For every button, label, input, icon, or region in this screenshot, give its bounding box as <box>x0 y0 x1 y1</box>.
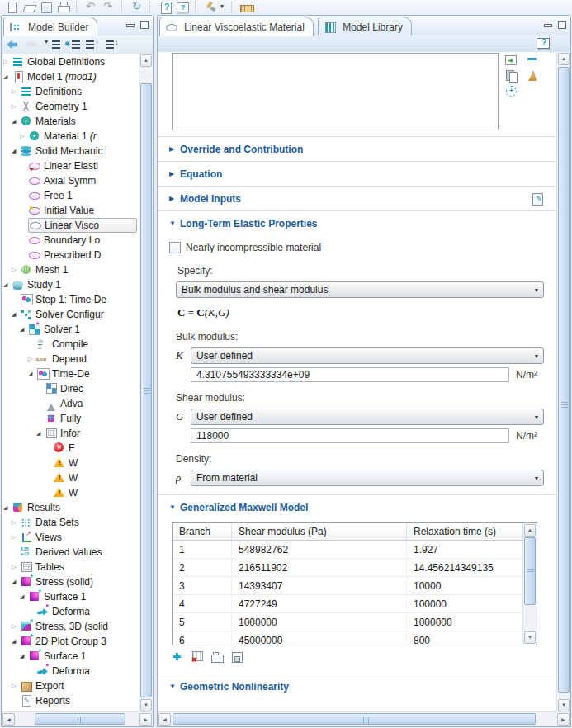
help-doc-icon[interactable] <box>175 1 191 14</box>
scroll-down-button[interactable]: ▼ <box>558 699 570 711</box>
tree-item[interactable]: Depend <box>2 352 139 366</box>
table-cell[interactable]: 4 <box>173 595 232 612</box>
tree-item[interactable]: Stress (solid) <box>2 574 139 589</box>
add-row-icon[interactable] <box>171 650 186 664</box>
tree-item[interactable]: E <box>2 441 139 456</box>
tree-item[interactable]: Views <box>2 530 139 545</box>
move-down-icon[interactable] <box>104 38 122 51</box>
tree-vertical-scrollbar[interactable]: ▲ ▼ <box>139 54 153 712</box>
table-cell[interactable]: 548982762 <box>232 541 407 558</box>
clear-selection-icon[interactable] <box>526 69 541 83</box>
tree-expanded-arrow-icon[interactable] <box>20 653 28 659</box>
tree-horizontal-scrollbar[interactable]: ◀ ▶ <box>2 711 153 726</box>
scroll-right-button[interactable]: ▶ <box>139 713 152 726</box>
table-cell[interactable]: 3 <box>173 577 232 594</box>
tree-item[interactable]: Solver 1 <box>2 322 139 337</box>
back-icon[interactable] <box>5 38 23 51</box>
section-geometric-nonlinearity[interactable]: Geometric Nonlinearity <box>158 674 557 698</box>
print-icon[interactable] <box>56 1 72 14</box>
tree-expanded-arrow-icon[interactable] <box>12 148 20 154</box>
tree-item[interactable]: Free 1 <box>2 188 139 203</box>
show-icon[interactable] <box>64 38 83 51</box>
save-file-icon[interactable] <box>230 650 245 664</box>
table-cell[interactable]: 2 <box>173 559 232 576</box>
bulk-modulus-combo[interactable]: User defined <box>191 347 544 364</box>
tree-item[interactable]: Initial Value <box>2 203 139 218</box>
maximize-panel-button[interactable] <box>139 20 149 29</box>
tree-collapsed-arrow-icon[interactable] <box>20 133 28 139</box>
density-combo[interactable]: From material <box>191 470 544 486</box>
tree-item[interactable]: Infor <box>2 426 139 441</box>
minimize-panel-button[interactable] <box>542 20 553 29</box>
zoom-to-selection-icon[interactable] <box>504 85 519 98</box>
brush-arrow-icon[interactable] <box>220 1 227 14</box>
tree-item[interactable]: Stress, 3D (solid <box>2 619 139 634</box>
tree-item[interactable]: Direc <box>2 381 139 396</box>
tree-item[interactable]: W <box>2 470 139 485</box>
tree-collapsed-arrow-icon[interactable] <box>12 534 20 541</box>
scroll-thumb[interactable] <box>140 83 152 697</box>
scroll-thumb[interactable] <box>173 713 536 725</box>
table-cell[interactable]: 14393407 <box>232 577 407 594</box>
tree-item[interactable]: Derived Values <box>2 545 139 560</box>
brush-icon[interactable] <box>203 1 219 14</box>
tree-collapsed-arrow-icon[interactable] <box>12 88 20 95</box>
delete-row-icon[interactable] <box>191 650 206 664</box>
scroll-down-button[interactable]: ▼ <box>524 631 536 644</box>
section-long-term-elastic-properties[interactable]: Long-Term Elastic Properties <box>158 210 557 235</box>
scroll-up-button[interactable]: ▲ <box>524 524 536 537</box>
tree-item[interactable]: Data Sets <box>2 515 139 530</box>
tree-item[interactable]: 2D Plot Group 3 <box>2 634 139 649</box>
tab-linear-viscoelastic-material[interactable]: Linear Viscoelastic Material <box>159 17 314 36</box>
load-file-icon[interactable] <box>210 650 225 664</box>
tree-expanded-arrow-icon[interactable] <box>12 118 20 125</box>
tree-item[interactable]: Fully <box>2 411 139 426</box>
tree-item[interactable]: Materials <box>2 114 139 129</box>
specify-combo[interactable]: Bulk modulus and shear modulus <box>176 281 544 298</box>
table-cell[interactable]: 1 <box>173 541 232 558</box>
tree-expanded-arrow-icon[interactable] <box>3 281 12 288</box>
new-file-icon[interactable] <box>4 1 20 14</box>
scroll-thumb[interactable] <box>558 67 570 693</box>
maximize-panel-button[interactable] <box>556 20 567 29</box>
tree-item[interactable]: Boundary Lo <box>2 233 139 248</box>
ruler-icon[interactable] <box>239 1 255 14</box>
table-vertical-scrollbar[interactable]: ▲ ▼ <box>522 523 537 645</box>
table-column-header[interactable]: Branch <box>173 523 232 540</box>
table-cell[interactable]: 800 <box>407 631 537 645</box>
tree-item[interactable]: W <box>2 485 139 500</box>
tree-item[interactable]: Solid Mechanic <box>2 144 139 158</box>
collapse-all-icon[interactable] <box>45 38 63 51</box>
tree-item[interactable]: Material 1(r <box>2 129 139 144</box>
table-cell[interactable]: 45000000 <box>232 631 407 645</box>
tree-selection-highlight[interactable]: Linear Visco <box>28 218 137 233</box>
section-override-and-contribution[interactable]: Override and Contribution <box>158 136 557 161</box>
forward-icon[interactable] <box>25 38 43 51</box>
tree-item[interactable]: Reports <box>2 693 139 708</box>
bulk-modulus-input[interactable]: 4.310755493333334e+09 <box>191 367 509 382</box>
tree-collapsed-arrow-icon[interactable] <box>3 59 12 65</box>
scroll-down-button[interactable]: ▼ <box>140 699 152 711</box>
nearly-incompressible-checkbox[interactable] <box>169 242 181 253</box>
table-cell[interactable]: 4727249 <box>232 595 407 612</box>
tree-collapsed-arrow-icon[interactable] <box>12 564 20 570</box>
tree-item[interactable]: Linear Visco <box>2 218 139 233</box>
tree-item[interactable]: Results <box>2 500 139 515</box>
tree-expanded-arrow-icon[interactable] <box>20 593 28 600</box>
paste-selection-icon[interactable] <box>504 54 519 67</box>
tree-item[interactable]: Surface 1 <box>2 649 139 664</box>
tree-item[interactable]: Axial Symm <box>2 173 139 188</box>
tree-expanded-arrow-icon[interactable] <box>28 371 36 377</box>
tree-expanded-arrow-icon[interactable] <box>36 430 45 437</box>
tree-expanded-arrow-icon[interactable] <box>12 311 20 318</box>
tree-expanded-arrow-icon[interactable] <box>12 579 20 585</box>
tree-item[interactable]: Definitions <box>2 84 139 99</box>
tree-collapsed-arrow-icon[interactable] <box>12 267 20 273</box>
scroll-thumb[interactable] <box>35 713 125 725</box>
table-cell[interactable]: 10000 <box>407 577 537 594</box>
tree-item[interactable]: Tables <box>2 560 139 574</box>
table-cell[interactable]: 1.927 <box>407 541 537 558</box>
tree-collapsed-arrow-icon[interactable] <box>12 683 20 689</box>
tree-item[interactable]: Deforma <box>2 604 139 619</box>
tab-model-library[interactable]: Model Library <box>318 17 412 36</box>
